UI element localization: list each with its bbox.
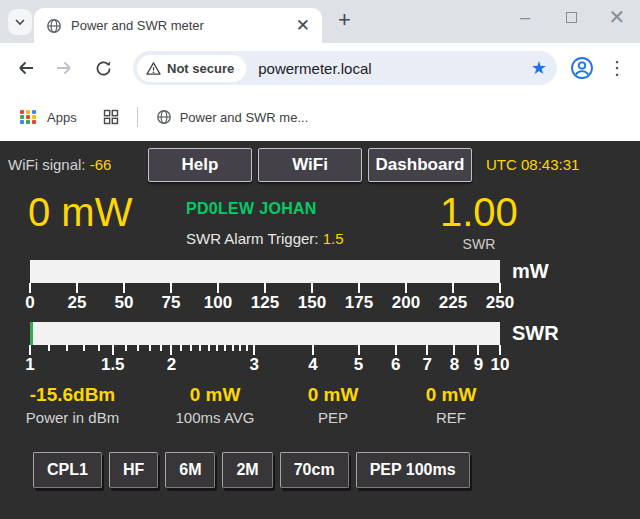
forward-icon[interactable]: [54, 58, 74, 78]
power-meter-scale: 0255075100125150175200225250: [30, 283, 500, 315]
apps-grid-icon[interactable]: [20, 110, 37, 124]
tab-title: Power and SWR meter: [71, 18, 292, 33]
scale-tick: [125, 345, 127, 351]
scale-tick-label: 7: [422, 355, 431, 375]
scale-tick: [395, 345, 397, 355]
stat-avg: 0 mW 100ms AVG: [160, 384, 270, 426]
wifi-signal: WiFi signal: -66: [8, 156, 148, 173]
help-button[interactable]: Help: [148, 148, 252, 182]
meter-page: WiFi signal: -66 Help WiFi Dashboard UTC…: [0, 141, 640, 519]
scale-tick-label: 5: [354, 355, 363, 375]
scale-tick: [232, 345, 234, 351]
tab-close-icon[interactable]: ✕: [292, 17, 314, 34]
scale-tick-label: 9: [474, 355, 483, 375]
6m-button[interactable]: 6M: [165, 452, 215, 488]
stat-label: PEP: [278, 409, 388, 426]
stat-label: REF: [396, 409, 506, 426]
swr-main-value: 1.00: [440, 190, 518, 234]
scale-tick: [48, 345, 50, 351]
70cm-button[interactable]: 70cm: [280, 452, 349, 488]
browser-toolbar: Not secure powermeter.local ★ ⋮: [0, 43, 640, 93]
stat-value: 0 mW: [396, 384, 506, 406]
swr-alarm-value: 1.5: [323, 230, 344, 247]
apps-label[interactable]: Apps: [47, 110, 77, 125]
stat-ref: 0 mW REF: [396, 384, 506, 426]
tab-strip: Power and SWR meter ✕ + – ✕: [0, 0, 640, 43]
squares-icon[interactable]: [103, 109, 119, 125]
scale-tick-label: 75: [162, 293, 181, 313]
cpl1-button[interactable]: CPL1: [33, 452, 102, 488]
new-tab-button[interactable]: +: [338, 9, 351, 31]
swr-sub-label: SWR: [463, 236, 496, 252]
dashboard-button[interactable]: Dashboard: [368, 148, 472, 182]
wifi-button[interactable]: WiFi: [258, 148, 362, 182]
url-text[interactable]: powermeter.local: [258, 60, 523, 77]
scale-tick: [190, 345, 192, 351]
power-meter-label: mW: [512, 260, 549, 283]
wifi-signal-label: WiFi signal:: [8, 156, 86, 173]
swr-meter-bar: [30, 322, 500, 345]
scale-tick: [208, 345, 210, 351]
scale-tick-label: 4: [308, 355, 317, 375]
back-icon[interactable]: [16, 58, 36, 78]
swr-alarm-label: SWR Alarm Trigger:: [186, 230, 319, 247]
scale-tick-label: 1: [25, 355, 34, 375]
scale-tick-label: 10: [491, 355, 510, 375]
header-row: WiFi signal: -66 Help WiFi Dashboard UTC…: [0, 147, 640, 182]
2m-button[interactable]: 2M: [222, 452, 272, 488]
menu-kebab-icon[interactable]: ⋮: [608, 57, 626, 79]
bookmark-label: Power and SWR me...: [180, 110, 309, 125]
scale-tick: [477, 345, 479, 355]
scale-tick: [199, 345, 201, 351]
swr-readout: 1.00 SWR: [440, 190, 518, 252]
scale-tick-label: 8: [450, 355, 459, 375]
browser-tab[interactable]: Power and SWR meter ✕: [34, 8, 322, 43]
scale-tick-label: 150: [298, 293, 326, 313]
scale-tick: [452, 283, 454, 293]
scale-tick: [217, 283, 219, 293]
reload-icon[interactable]: [94, 59, 113, 78]
scale-tick: [239, 345, 241, 351]
scale-tick: [216, 345, 218, 351]
scale-tick-label: 250: [486, 293, 514, 313]
security-chip[interactable]: Not secure: [137, 55, 246, 82]
scale-tick: [453, 345, 455, 355]
callsign: PD0LEW JOHAN: [186, 200, 414, 218]
stats-row: -15.6dBm Power in dBm 0 mW 100ms AVG 0 m…: [0, 384, 640, 426]
scale-tick: [358, 345, 360, 355]
scale-tick: [170, 283, 172, 293]
stat-value: 0 mW: [160, 384, 270, 406]
scale-tick: [180, 345, 182, 351]
scale-tick: [83, 345, 85, 351]
scale-tick-label: 6: [391, 355, 400, 375]
power-meter-row: mW: [30, 260, 640, 283]
scale-tick: [224, 345, 226, 351]
readout-center: PD0LEW JOHAN SWR Alarm Trigger: 1.5: [186, 190, 414, 252]
scale-tick-label: 2: [167, 355, 176, 375]
minimize-icon[interactable]: –: [502, 2, 548, 32]
scale-tick: [137, 345, 139, 351]
chevron-down-icon: [14, 16, 26, 28]
scale-tick: [405, 283, 407, 293]
scale-tick: [149, 345, 151, 351]
globe-icon: [46, 18, 62, 34]
pep-100ms-button[interactable]: PEP 100ms: [356, 452, 470, 488]
scale-tick: [170, 345, 172, 355]
scale-tick-label: 0: [25, 293, 34, 313]
warning-icon: [146, 61, 161, 76]
maximize-icon[interactable]: [548, 2, 594, 32]
hf-button[interactable]: HF: [109, 452, 158, 488]
power-meter-bar: [30, 260, 500, 283]
swr-meter-scale: 11.52345678910: [30, 345, 500, 377]
window-close-icon[interactable]: ✕: [594, 2, 640, 32]
scale-tick-label: 1.5: [101, 355, 125, 375]
bookmark-item[interactable]: Power and SWR me...: [156, 109, 309, 125]
bookmark-star-icon[interactable]: ★: [531, 57, 547, 79]
address-bar[interactable]: Not secure powermeter.local ★: [133, 51, 557, 85]
scale-tick-label: 200: [392, 293, 420, 313]
scale-tick: [160, 345, 162, 351]
scale-tick: [76, 283, 78, 293]
profile-icon[interactable]: [570, 56, 594, 80]
stat-pep: 0 mW PEP: [278, 384, 388, 426]
tab-search-button[interactable]: [8, 9, 32, 35]
